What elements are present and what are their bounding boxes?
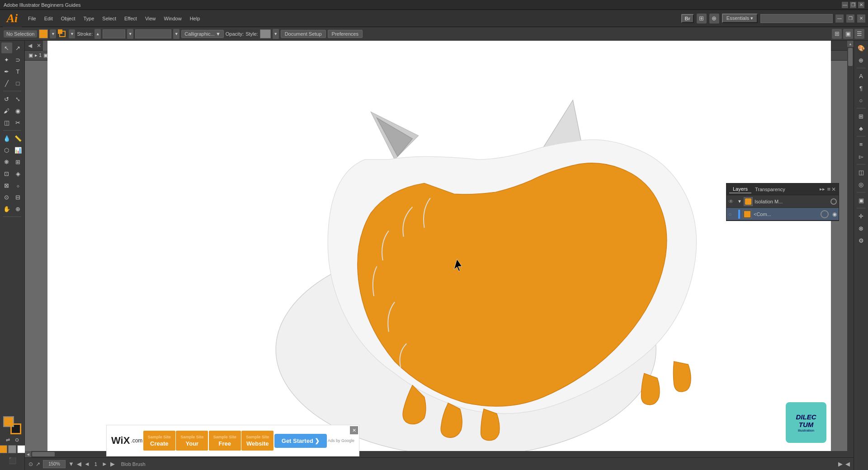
pen-tool-button[interactable]: ✒ (1, 66, 12, 77)
minimize-button[interactable]: — (842, 2, 848, 8)
default-colors-button[interactable]: ⊙ (13, 436, 21, 444)
eyedropper2-tool-button[interactable]: ⬦ (13, 180, 24, 191)
panel-restore-button[interactable]: ❐ (846, 14, 854, 23)
pencil-tool-button[interactable]: ╱ (1, 78, 12, 89)
scale-tool-button[interactable]: ⤡ (13, 94, 24, 104)
wix-your-button[interactable]: Sample Site Your (176, 431, 208, 451)
eraser-tool-button[interactable]: ◫ (1, 117, 12, 128)
right-panel-zoom-button[interactable]: ⊕ (856, 55, 867, 66)
layers-close-button[interactable]: ✕ (831, 186, 836, 193)
layers-menu-icon[interactable]: ≡ (827, 186, 830, 193)
scroll-thumb-vertical[interactable] (848, 48, 853, 66)
wix-create-button[interactable]: Sample Site Create (143, 431, 175, 451)
scroll-left-button[interactable]: ◀ (25, 451, 31, 457)
right-panel-arrow-button[interactable]: ▻ (856, 151, 867, 162)
mesh-tool-button[interactable]: ⊞ (13, 156, 24, 167)
right-panel-gear-button[interactable]: ⚙ (856, 235, 867, 246)
layers-expand-button[interactable]: ▸▸ (820, 186, 825, 192)
stroke-color-indicator[interactable] (10, 423, 21, 434)
magic-wand-tool-button[interactable]: ✦ (1, 54, 12, 65)
right-panel-transform-button[interactable]: ⊗ (856, 223, 867, 234)
playback-button[interactable]: ▶ (838, 461, 843, 467)
layers-tab[interactable]: Layers (729, 185, 751, 193)
zoom-tool-button[interactable]: ⊕ (13, 203, 24, 214)
arrange-windows-icon[interactable]: ⊞ (697, 14, 707, 24)
menu-type[interactable]: Type (80, 14, 98, 23)
variable-chevron[interactable]: ▼ (173, 29, 179, 39)
artboard-tool-button[interactable]: ⬛ (8, 456, 16, 465)
stroke-chevron[interactable]: ▼ (69, 29, 75, 38)
stroke-down[interactable]: ▼ (127, 29, 133, 39)
measure-tool-button[interactable]: 📏 (13, 133, 24, 144)
zoom-dropdown-button[interactable]: ▼ (68, 461, 74, 467)
prev-artboard-button[interactable]: ◄ (84, 461, 90, 467)
bridge-button[interactable]: Br (681, 14, 694, 23)
wix-ad-close-button[interactable]: ✕ (350, 426, 358, 434)
style-swatch[interactable] (260, 29, 271, 38)
right-panel-layers-button[interactable]: ◫ (856, 167, 867, 178)
perspective-tool-button[interactable]: ⊠ (1, 180, 12, 191)
menu-object[interactable]: Object (57, 14, 79, 23)
playback-end-button[interactable]: ◀ (845, 461, 850, 467)
chart-tool-button[interactable]: ⊟ (13, 192, 24, 202)
panels-close-button[interactable]: ✕ (35, 42, 43, 49)
right-panel-opacity-button[interactable]: ○ (856, 95, 867, 106)
status-icon-1[interactable]: ⊙ (28, 461, 33, 467)
stroke-value-input[interactable] (103, 29, 125, 38)
menu-help[interactable]: Help (186, 14, 204, 23)
search-input[interactable] (760, 14, 833, 23)
eyedropper-tool-button[interactable]: 💧 (1, 133, 12, 144)
scissors-tool-button[interactable]: ✂ (13, 117, 24, 128)
right-panel-color-button[interactable]: 🎨 (856, 42, 867, 53)
prev-page-button[interactable]: ◀ (77, 461, 81, 467)
menu-window[interactable]: Window (160, 14, 185, 23)
zoom-input[interactable] (43, 460, 66, 468)
layer-compound-target[interactable] (821, 210, 829, 218)
panel-close-button[interactable]: ✕ (857, 14, 865, 23)
direct-selection-tool-button[interactable]: ↗ (13, 42, 24, 53)
menu-icon[interactable]: ☰ (854, 29, 864, 39)
right-panel-type-button[interactable]: A (856, 70, 867, 81)
swap-colors-button[interactable]: ⇌ (4, 436, 12, 444)
color-mode-none[interactable] (17, 445, 25, 453)
view-icon[interactable]: ▣ (843, 29, 853, 39)
shape-builder-button[interactable]: ◈ (13, 168, 24, 179)
scroll-up-button[interactable]: ▲ (847, 41, 854, 47)
fill-color-swatch[interactable] (39, 29, 48, 38)
blob-brush-tool-button[interactable]: ◉ (13, 105, 24, 116)
menu-effect[interactable]: Effect (121, 14, 141, 23)
right-panel-para-button[interactable]: ¶ (856, 83, 867, 94)
right-panel-table-button[interactable]: ⊞ (856, 111, 867, 122)
column-graph-button[interactable]: 📊 (13, 145, 24, 155)
next-page-button[interactable]: ▶ (110, 461, 115, 467)
right-panel-circle-button[interactable]: ◎ (856, 179, 867, 190)
transform-tool-button[interactable]: ⊡ (1, 168, 12, 179)
right-panel-club-button[interactable]: ♣ (856, 123, 867, 134)
menu-select[interactable]: Select (99, 14, 120, 23)
symbol-tool-button[interactable]: ❋ (1, 156, 12, 167)
blend-tool-button[interactable]: ⬡ (1, 145, 12, 155)
stroke-up[interactable]: ▲ (94, 29, 101, 39)
transparency-tab[interactable]: Transparency (751, 186, 789, 193)
camera-tool-button[interactable]: ⊙ (1, 192, 12, 202)
layer-target-circle[interactable] (830, 198, 837, 205)
color-mode-gradient[interactable] (8, 445, 16, 453)
rotate-tool-button[interactable]: ↺ (1, 94, 12, 104)
wix-website-button[interactable]: Sample Site Website (241, 431, 274, 451)
menu-file[interactable]: File (24, 14, 40, 23)
right-panel-lines-button[interactable]: ≡ (856, 139, 867, 150)
preferences-button[interactable]: Preferences (328, 30, 363, 38)
brush-type-dropdown[interactable]: Calligraphic... ▼ (181, 30, 224, 38)
arrange-icon[interactable]: ⊞ (832, 29, 842, 39)
layer-visibility-eye-compound[interactable]: ○ (728, 211, 736, 217)
rectangle-tool-button[interactable]: □ (13, 78, 24, 89)
menu-view[interactable]: View (142, 14, 160, 23)
no-selection-dropdown[interactable]: No Selection (4, 30, 37, 38)
right-panel-rect-button[interactable]: ▣ (856, 195, 867, 206)
target-icon[interactable]: ⊕ (709, 14, 719, 24)
scroll-thumb-horizontal[interactable] (32, 452, 55, 456)
close-button[interactable]: ✕ (858, 2, 864, 8)
restore-button[interactable]: ❐ (850, 2, 856, 8)
fill-chevron[interactable]: ▼ (50, 29, 56, 38)
right-panel-crosshair-button[interactable]: ✛ (856, 211, 867, 221)
